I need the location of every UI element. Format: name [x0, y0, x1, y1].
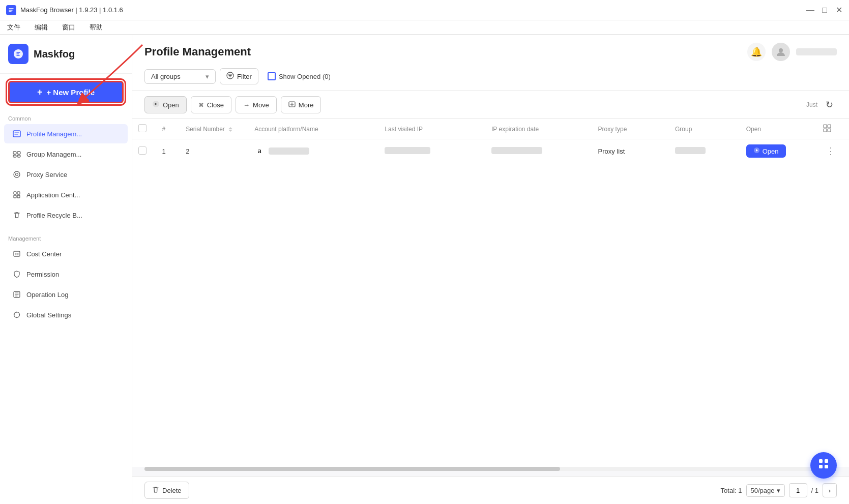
serial-sort-icon[interactable]	[228, 127, 232, 132]
pagination: Total: 1 50/page ▾ / 1 ›	[721, 483, 837, 497]
sidebar-item-group-management[interactable]: Group Managem...	[4, 144, 128, 164]
header-serial-col: Serial Number	[180, 119, 248, 139]
sidebar-item-application-center[interactable]: Application Cent...	[4, 185, 128, 204]
row-expiry-cell	[485, 139, 592, 163]
sidebar-item-profile-recycle-bin[interactable]: Profile Recycle B...	[4, 205, 128, 225]
bell-icon: 🔔	[751, 46, 762, 57]
group-header-label: Group	[675, 126, 692, 133]
minimize-button[interactable]: —	[806, 6, 814, 14]
cost-center-icon	[12, 249, 21, 258]
page-title: Profile Management	[144, 45, 251, 58]
show-opened-button[interactable]: Show Opened (0)	[262, 69, 336, 83]
profile-recycle-bin-label: Profile Recycle B...	[26, 212, 82, 219]
row-account-name-blurred	[269, 147, 309, 155]
close-button[interactable]: ✕	[835, 6, 843, 14]
svg-rect-11	[17, 195, 20, 198]
menu-file[interactable]: 文件	[4, 22, 23, 33]
header-more-col	[817, 119, 849, 139]
svg-point-6	[14, 171, 20, 177]
move-label: Move	[253, 101, 269, 109]
proxy-service-icon	[12, 170, 21, 179]
row-open-icon	[753, 147, 760, 155]
svg-rect-26	[819, 465, 823, 468]
expiry-header-label: IP expiration date	[491, 126, 539, 133]
maximize-button[interactable]: □	[821, 6, 829, 14]
svg-point-7	[16, 173, 18, 176]
just-label: Just	[806, 101, 817, 108]
next-page-button[interactable]: ›	[823, 483, 837, 497]
group-select-dropdown[interactable]: All groups ▾	[144, 69, 216, 84]
scroll-thumb[interactable]	[144, 467, 560, 471]
header-open-col: Open	[740, 119, 817, 139]
row-proxy-cell: Proxy list	[592, 139, 669, 163]
row-last-ip-blurred	[385, 147, 430, 154]
menu-window[interactable]: 窗口	[59, 22, 78, 33]
avatar	[772, 43, 790, 61]
fab-button[interactable]	[810, 452, 837, 479]
show-opened-checkbox[interactable]	[268, 72, 276, 80]
sidebar-item-operation-log[interactable]: Operation Log	[4, 285, 128, 304]
row-open-button[interactable]: Open	[746, 144, 786, 158]
delete-button[interactable]: Delete	[144, 482, 189, 499]
new-profile-label: + New Profile	[46, 88, 95, 97]
page-size-select[interactable]: 50/page ▾	[746, 484, 785, 497]
proxy-header-label: Proxy type	[598, 126, 627, 133]
col-picker-icon[interactable]	[823, 127, 831, 134]
show-opened-label: Show Opened (0)	[279, 73, 331, 80]
menu-edit[interactable]: 编辑	[32, 22, 51, 33]
sidebar-item-permission[interactable]: Permission	[4, 264, 128, 284]
refresh-button[interactable]: ↻	[822, 97, 837, 112]
operation-log-label: Operation Log	[26, 291, 68, 299]
close-button[interactable]: ✖ Close	[191, 96, 231, 113]
action-row: Open ✖ Close → Move More Just ↻	[132, 91, 849, 119]
sidebar-item-cost-center[interactable]: Cost Center	[4, 244, 128, 263]
menubar: 文件 编辑 窗口 帮助	[0, 20, 849, 35]
svg-rect-1	[13, 131, 20, 137]
row-serial: 2	[186, 147, 189, 155]
notification-bell-button[interactable]: 🔔	[747, 43, 766, 61]
row-checkbox-cell	[132, 139, 156, 163]
row-checkbox[interactable]	[138, 146, 147, 155]
titlebar-app-icon	[6, 5, 16, 15]
more-button[interactable]: More	[281, 96, 321, 113]
common-section-label: Common	[0, 110, 132, 124]
sidebar-item-global-settings[interactable]: Global Settings	[4, 305, 128, 324]
main-layout: Maskfog + + New Profile Common Profile M…	[0, 35, 849, 504]
move-button[interactable]: → Move	[236, 96, 277, 113]
select-all-checkbox[interactable]	[138, 124, 147, 132]
sidebar-logo: Maskfog	[0, 35, 132, 74]
fab-grid-icon	[817, 458, 830, 473]
page-size-chevron: ▾	[777, 487, 780, 494]
sidebar-item-proxy-service[interactable]: Proxy Service	[4, 165, 128, 184]
open-button[interactable]: Open	[144, 96, 187, 113]
table-row: 1 2 a	[132, 139, 849, 163]
total-count: Total: 1	[721, 487, 742, 494]
filter-button[interactable]: Filter	[220, 68, 258, 84]
content-header-top: Profile Management 🔔	[144, 43, 837, 61]
horizontal-scrollbar[interactable]	[144, 467, 837, 471]
page-number-input[interactable]	[789, 483, 807, 497]
delete-label: Delete	[162, 487, 182, 494]
profile-table: # Serial Number Account platform/Name	[132, 119, 849, 163]
permission-icon	[12, 270, 21, 279]
close-label: Close	[207, 101, 224, 109]
row-proxy-type: Proxy list	[598, 147, 625, 155]
row-group-blurred	[675, 147, 706, 154]
refresh-icon: ↻	[826, 99, 833, 110]
header-ip-col: Last visited IP	[378, 119, 485, 139]
plus-icon: +	[37, 87, 43, 98]
username-display	[796, 48, 837, 55]
titlebar: MaskFog Browser | 1.9.23 | 1.0.1.6 — □ ✕	[0, 0, 849, 20]
row-more-button[interactable]: ⋮	[823, 145, 838, 157]
content-header: Profile Management 🔔 All groups ▾	[132, 35, 849, 91]
table-footer: Delete Total: 1 50/page ▾ / 1 ›	[132, 476, 849, 504]
header-actions: 🔔	[747, 43, 837, 61]
row-more-cell: ⋮	[817, 139, 849, 163]
header-group-col: Group	[669, 119, 740, 139]
menu-help[interactable]: 帮助	[86, 22, 106, 33]
sidebar-item-profile-management[interactable]: Profile Managem...	[4, 124, 128, 143]
window-controls[interactable]: — □ ✕	[806, 6, 843, 14]
new-profile-button[interactable]: + + New Profile	[8, 81, 124, 103]
proxy-service-label: Proxy Service	[26, 171, 67, 179]
global-settings-label: Global Settings	[26, 311, 71, 319]
